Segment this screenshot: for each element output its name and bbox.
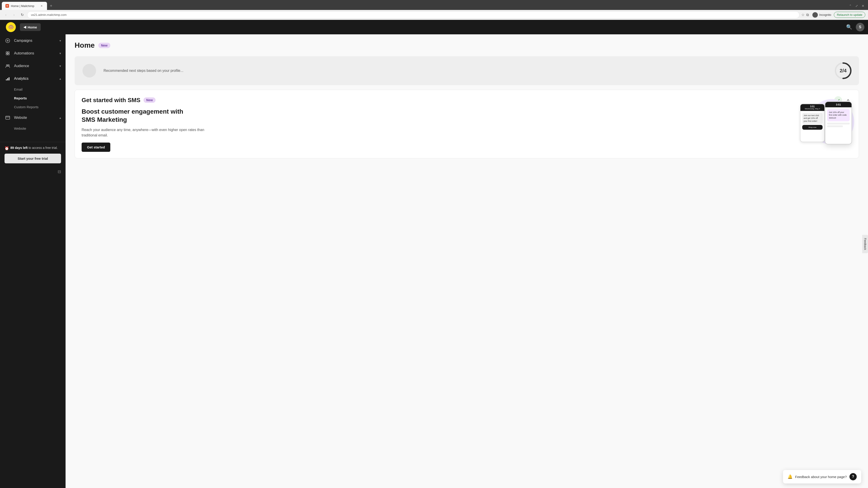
home-nav-button[interactable]: ◀ Home xyxy=(20,23,41,31)
svg-rect-2 xyxy=(8,52,9,53)
browser-nav: ‹ › ↻ us21.admin.mailchimp.com ☆ ⧉ Incog… xyxy=(0,10,868,20)
progress-circle: 2/4 xyxy=(834,62,852,80)
sms-new-badge: New xyxy=(144,97,156,103)
svg-rect-9 xyxy=(8,77,9,80)
back-button[interactable]: ‹ xyxy=(3,12,9,18)
audience-icon xyxy=(4,63,11,69)
page-title: Home xyxy=(74,41,95,50)
feedback-text: Feedback about your home page? xyxy=(795,475,847,479)
phone-front-content: Get 10% off your first order with code S… xyxy=(825,107,851,129)
user-avatar[interactable]: S xyxy=(856,23,864,31)
phone-back-message: Join our text club and get 10% off your … xyxy=(800,111,825,131)
sidebar-subitem-custom-reports[interactable]: Custom Reports xyxy=(0,103,66,111)
extensions-icon[interactable]: ⧉ xyxy=(806,13,809,17)
feedback-notification-icon: 🔔 xyxy=(787,474,793,479)
analytics-chevron: ▴ xyxy=(59,77,61,80)
sidebar-item-analytics[interactable]: Analytics ▴ xyxy=(0,72,66,85)
close-window-button[interactable]: ✕ xyxy=(862,4,864,8)
clock-icon: ⏰ xyxy=(4,146,9,151)
website-chevron: ▴ xyxy=(59,116,61,120)
top-nav: 🐵 ◀ Home 🔍 S xyxy=(0,20,868,34)
svg-rect-1 xyxy=(6,52,7,53)
phone-front: 3:51 Get 10% off your first order with c… xyxy=(825,101,852,144)
automations-label: Automations xyxy=(14,51,56,55)
new-badge: New xyxy=(98,43,110,48)
content-inner: Home New 🦾 Recommended next steps based … xyxy=(66,34,868,169)
automations-icon xyxy=(4,50,11,57)
svg-rect-7 xyxy=(6,79,7,80)
incognito-icon xyxy=(812,12,818,18)
sidebar-subitem-website[interactable]: Website xyxy=(0,124,66,133)
tab-close-button[interactable]: × xyxy=(40,4,43,8)
sms-section: Get started with SMS New xyxy=(74,90,859,158)
phone-back-time: 3:51 Wednesday, May 5 xyxy=(800,104,825,111)
phone-front-time: 3:51 xyxy=(825,102,851,107)
sidebar-item-audience[interactable]: Audience ▾ xyxy=(0,60,66,72)
collapse-button[interactable]: ⊟ xyxy=(0,167,66,176)
collapse-icon: ⊟ xyxy=(58,169,61,174)
page-header: Home New xyxy=(74,41,859,50)
url-text: us21.admin.mailchimp.com xyxy=(31,13,67,17)
progress-description: Recommended next steps based on your pro… xyxy=(103,69,830,73)
favicon: M xyxy=(5,4,9,8)
sms-section-header: Get started with SMS New xyxy=(82,96,852,104)
sidebar-item-website[interactable]: Website ▴ xyxy=(0,111,66,124)
minimize-button[interactable]: ⌃ xyxy=(849,4,852,8)
sms-heading: Boost customer engagement with SMS Marke… xyxy=(82,107,195,124)
audience-label: Audience xyxy=(14,64,56,68)
website-icon xyxy=(4,115,11,121)
maximize-button[interactable]: ⤢ xyxy=(855,4,858,8)
automations-chevron: ▾ xyxy=(59,52,61,55)
sms-description: Reach your audience any time, anywhere—w… xyxy=(82,127,217,138)
svg-point-6 xyxy=(8,65,9,66)
incognito-area: Incognito xyxy=(812,12,831,18)
svg-rect-10 xyxy=(6,116,10,119)
main-content: Home New 🦾 Recommended next steps based … xyxy=(66,20,868,488)
window-controls: ⌃ ⤢ ✕ xyxy=(849,4,866,8)
sms-section-title: Get started with SMS xyxy=(82,97,141,104)
svg-point-11 xyxy=(83,64,96,77)
audience-chevron: ▾ xyxy=(59,64,61,68)
feedback-bar[interactable]: 🔔 Feedback about your home page? ? xyxy=(783,470,862,484)
website-label: Website xyxy=(14,116,56,120)
progress-card: 🦾 Recommended next steps based on your p… xyxy=(74,56,859,85)
forward-button[interactable]: › xyxy=(11,12,17,18)
new-tab-button[interactable]: + xyxy=(48,3,54,9)
incognito-label: Incognito xyxy=(819,13,831,17)
sms-cta-button[interactable]: Get started xyxy=(82,142,110,152)
relaunch-button[interactable]: Relaunch to update xyxy=(834,12,865,18)
search-button[interactable]: 🔍 xyxy=(846,24,852,30)
campaigns-chevron: ▾ xyxy=(59,39,61,42)
chimp-illustration: 🦾 xyxy=(81,63,97,78)
campaigns-label: Campaigns xyxy=(14,39,56,43)
mailchimp-logo[interactable]: 🐵 xyxy=(6,22,16,32)
url-bar[interactable]: us21.admin.mailchimp.com xyxy=(27,11,800,19)
app-container: 🐵 ◀ Home 🔍 S Campaigns ▾ xyxy=(0,20,868,488)
analytics-icon xyxy=(4,75,11,82)
sidebar-item-campaigns[interactable]: Campaigns ▾ xyxy=(0,34,66,47)
svg-rect-3 xyxy=(6,54,7,55)
trial-section: ⏰ 89 days left to access a free trial. S… xyxy=(0,142,66,167)
tab-title: Home | Mailchimp xyxy=(11,4,38,8)
logo-area: 🐵 xyxy=(4,22,18,32)
trial-text: ⏰ 89 days left to access a free trial. xyxy=(4,146,61,151)
help-button[interactable]: ? xyxy=(849,473,857,480)
feedback-side-button[interactable]: Feedback xyxy=(862,235,868,253)
analytics-label: Analytics xyxy=(14,76,56,80)
campaigns-icon xyxy=(4,37,11,44)
browser-tab-bar: M Home | Mailchimp × + ⌃ ⤢ ✕ xyxy=(0,0,868,10)
bookmark-icon[interactable]: ☆ xyxy=(801,13,804,17)
svg-rect-4 xyxy=(8,54,9,55)
active-tab[interactable]: M Home | Mailchimp × xyxy=(2,2,47,10)
sidebar: Campaigns ▾ Automations ▾ xyxy=(0,20,66,488)
sms-promo-visual: 3:51 Wednesday, May 5 Join our text club… xyxy=(796,101,854,147)
start-trial-button[interactable]: Start your free trial xyxy=(4,154,61,163)
phone-back: 3:51 Wednesday, May 5 Join our text club… xyxy=(800,104,825,142)
reload-button[interactable]: ↻ xyxy=(19,12,25,18)
progress-fraction: 2/4 xyxy=(840,68,847,74)
sidebar-subitem-email[interactable]: Email xyxy=(0,85,66,94)
sidebar-item-automations[interactable]: Automations ▾ xyxy=(0,47,66,60)
nav-right: Incognito Relaunch to update xyxy=(812,12,865,18)
sidebar-subitem-reports[interactable]: Reports Get in-depth analysis of your em… xyxy=(0,94,66,103)
svg-rect-8 xyxy=(7,78,8,80)
